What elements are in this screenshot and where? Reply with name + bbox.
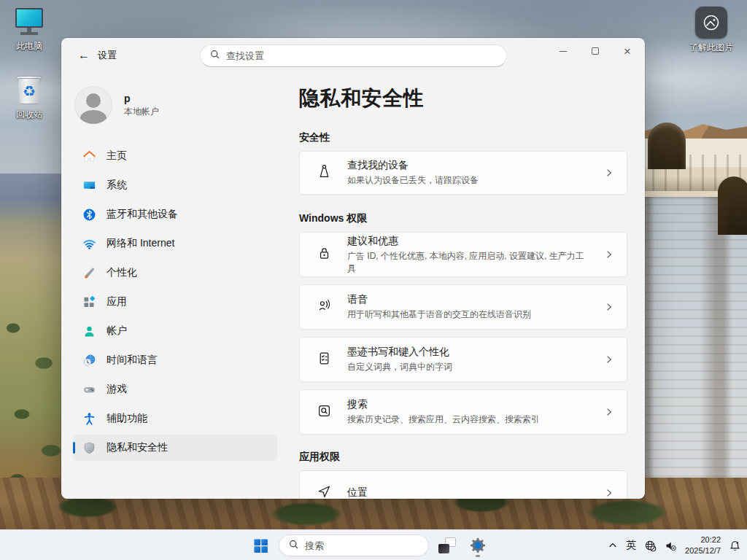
chevron-right-icon — [603, 406, 615, 418]
section-app-permissions: 应用权限 — [299, 451, 645, 464]
time-language-icon — [82, 353, 96, 368]
titlebar[interactable]: ← 设置 ✕ — [61, 38, 645, 73]
sidebar-label: 蓝牙和其他设备 — [107, 208, 178, 221]
sidebar-label: 主页 — [107, 149, 127, 163]
taskbar-search-input[interactable] — [305, 540, 433, 551]
this-pc-icon — [13, 8, 45, 37]
volume-muted-icon[interactable] — [665, 540, 677, 552]
sidebar-item-home[interactable]: 主页 — [73, 143, 277, 169]
bluetooth-icon — [82, 207, 96, 222]
ime-indicator[interactable]: 英 — [626, 539, 636, 552]
card-search-permissions[interactable]: 搜索 搜索历史记录、搜索应用、云内容搜索、搜索索引 — [299, 389, 627, 435]
notification-bell-dnd-icon[interactable]: z — [729, 540, 741, 552]
settings-search-box[interactable] — [200, 44, 507, 67]
tray-date: 2025/12/7 — [685, 545, 721, 556]
window-title: 设置 — [98, 38, 117, 73]
settings-taskbar-button[interactable] — [465, 533, 490, 558]
section-security: 安全性 — [299, 131, 645, 144]
card-location[interactable]: 位置 — [299, 470, 627, 499]
page-title: 隐私和安全性 — [299, 85, 645, 112]
sidebar-label: 帐户 — [107, 324, 127, 338]
desktop-icon-this-pc[interactable]: 此电脑 — [6, 8, 53, 52]
card-recommendations-offers[interactable]: 建议和优惠 广告 ID, 个性化优惠, 本地内容, 应用启动, 设置建议, 生产… — [299, 232, 627, 277]
settings-sidebar: p 本地帐户 主页 系统 — [61, 73, 289, 499]
accessibility-icon — [82, 411, 96, 426]
chevron-right-icon — [603, 167, 615, 179]
network-offline-icon[interactable] — [644, 540, 657, 552]
account-name: p — [124, 92, 159, 106]
task-view-icon — [438, 537, 456, 553]
find-device-icon — [316, 163, 333, 183]
desktop-icon-learn-picture[interactable]: 了解此图片 — [688, 7, 735, 54]
sidebar-item-network[interactable]: 网络和 Internet — [73, 230, 277, 257]
sidebar-label: 游戏 — [107, 383, 127, 396]
sidebar-item-system[interactable]: 系统 — [73, 172, 277, 198]
tray-chevron-up-icon[interactable] — [608, 540, 618, 551]
picture-info-icon — [695, 7, 727, 39]
settings-main-pane: 隐私和安全性 安全性 查找我的设备 如果认为设备已丢失，请跟踪设备 Window… — [299, 73, 645, 499]
gear-icon — [468, 536, 487, 555]
system-icon — [82, 178, 96, 192]
sidebar-item-apps[interactable]: 应用 — [73, 289, 277, 315]
chevron-right-icon — [603, 249, 615, 260]
sidebar-label: 系统 — [107, 179, 127, 192]
sidebar-item-bluetooth-devices[interactable]: 蓝牙和其他设备 — [73, 201, 277, 228]
apps-icon — [82, 295, 96, 309]
taskbar: 英 20:22 2025/12/7 z — [0, 529, 747, 560]
sidebar-item-accounts[interactable]: 帐户 — [73, 318, 277, 344]
sidebar-item-gaming[interactable]: 游戏 — [73, 376, 277, 402]
accounts-icon — [82, 324, 96, 338]
taskbar-search-box[interactable] — [279, 534, 429, 556]
sidebar-label: 时间和语言 — [107, 354, 158, 367]
learn-picture-label: 了解此图片 — [689, 42, 733, 54]
task-view-button[interactable] — [435, 533, 460, 558]
maximize-button[interactable] — [579, 38, 611, 64]
recycle-bin-label: 回收站 — [16, 109, 42, 121]
sidebar-label: 隐私和安全性 — [107, 441, 168, 454]
running-indicator — [476, 555, 480, 557]
chevron-right-icon — [603, 354, 615, 365]
search-icon — [288, 539, 299, 553]
sidebar-label: 辅助功能 — [107, 412, 147, 425]
taskbar-clock[interactable]: 20:22 2025/12/7 — [685, 534, 721, 556]
wifi-icon — [82, 236, 96, 251]
minimize-button[interactable] — [547, 38, 579, 64]
desktop: 此电脑 ♻ 回收站 了解此图片 ← 设置 — [0, 0, 747, 560]
shield-icon — [82, 440, 96, 455]
svg-text:z: z — [736, 540, 738, 544]
sidebar-item-accessibility[interactable]: 辅助功能 — [73, 405, 277, 432]
windows-logo-icon — [252, 537, 269, 554]
chevron-right-icon — [603, 487, 615, 499]
lock-icon — [316, 245, 333, 265]
speech-icon — [316, 298, 333, 317]
home-icon — [82, 149, 96, 163]
back-button[interactable]: ← — [71, 44, 96, 67]
sidebar-label: 个性化 — [107, 266, 137, 279]
tray-time: 20:22 — [685, 534, 721, 545]
sidebar-label: 网络和 Internet — [107, 237, 174, 250]
card-speech[interactable]: 语音 用于听写和其他基于语音的交互的在线语音识别 — [299, 284, 627, 330]
sidebar-item-time-language[interactable]: 时间和语言 — [73, 347, 277, 373]
section-windows-permissions: Windows 权限 — [299, 212, 645, 225]
desktop-icon-recycle-bin[interactable]: ♻ 回收站 — [6, 75, 53, 121]
search-box-icon — [316, 402, 333, 422]
gamepad-icon — [82, 382, 96, 397]
recycle-bin-icon: ♻ — [15, 75, 44, 106]
location-icon — [316, 483, 333, 499]
chevron-right-icon — [603, 301, 615, 313]
sidebar-item-personalization[interactable]: 个性化 — [73, 260, 277, 286]
close-button[interactable]: ✕ — [611, 38, 643, 64]
wallpaper-bridge-scene — [642, 109, 747, 531]
card-inking-typing[interactable]: 墨迹书写和键入个性化 自定义词典，词典中的字词 — [299, 337, 627, 382]
account-block[interactable]: p 本地帐户 — [73, 82, 277, 136]
this-pc-label: 此电脑 — [16, 40, 42, 52]
dictionary-icon — [316, 350, 333, 370]
sidebar-item-privacy-security[interactable]: 隐私和安全性 — [73, 435, 277, 461]
sidebar-label: 应用 — [107, 295, 127, 308]
settings-search-input[interactable] — [226, 50, 498, 61]
avatar — [74, 86, 112, 124]
start-button[interactable] — [248, 533, 273, 558]
account-type: 本地帐户 — [124, 106, 159, 118]
card-find-my-device[interactable]: 查找我的设备 如果认为设备已丢失，请跟踪设备 — [299, 151, 627, 195]
search-icon — [209, 49, 220, 63]
